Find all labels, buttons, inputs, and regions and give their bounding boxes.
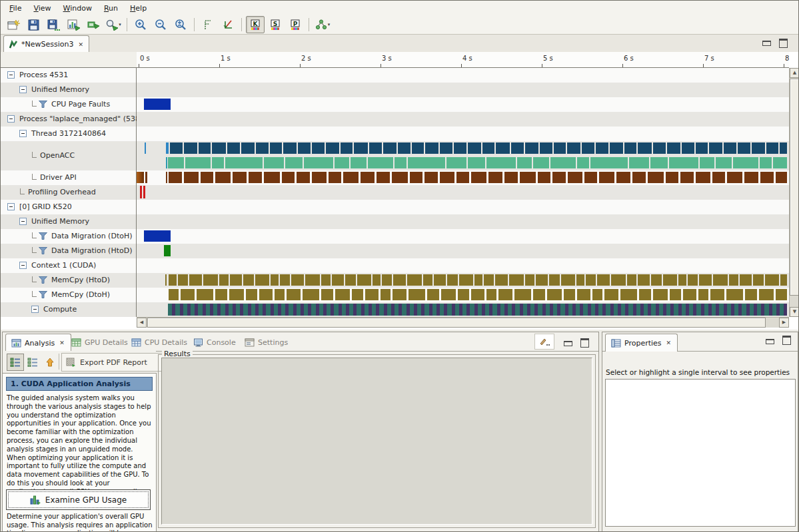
guided-analysis-toggle-button[interactable] [7,354,24,371]
timeline-interval[interactable] [170,142,183,154]
timeline-interval[interactable] [709,142,722,154]
collapse-expander-icon[interactable] [19,86,27,93]
row-label-unified-memory[interactable]: Unified Memory [1,83,137,97]
timeline-interval[interactable] [140,186,142,198]
timeline-interval[interactable] [639,289,651,300]
timeline-interval[interactable] [329,172,341,183]
collapse-expander-icon[interactable] [31,306,39,313]
goto-marker-button[interactable] [219,16,237,33]
timeline-interval[interactable] [474,274,482,286]
timeline-interval[interactable] [482,142,494,154]
timeline-interval[interactable] [215,289,227,300]
timeline-interval[interactable] [727,172,742,183]
timeline-interval[interactable] [688,274,698,286]
timeline-interval[interactable] [576,274,584,286]
timeline-interval[interactable] [549,274,560,286]
timeline-interval[interactable] [568,172,582,183]
timeline-interval[interactable] [610,142,623,154]
timeline-interval[interactable] [343,172,359,183]
menu-help[interactable]: Help [124,3,153,14]
timeline-interval[interactable] [201,172,213,183]
timeline-interval[interactable] [377,172,390,183]
close-icon[interactable]: ✕ [77,41,84,48]
menu-file[interactable]: File [3,3,27,14]
collapse-expander-icon[interactable] [19,262,27,269]
color-by-process-button[interactable]: P [286,16,305,33]
timeline-interval[interactable] [547,289,562,300]
timeline-interval[interactable] [680,172,694,183]
collapse-expander-icon[interactable] [7,71,15,79]
timeline-interval[interactable] [468,142,481,154]
new-session-button[interactable] [4,16,23,33]
timeline-interval[interactable] [365,289,379,300]
timeline-interval[interactable] [181,289,195,300]
timeline-interval[interactable] [716,157,732,168]
timeline-interval[interactable] [243,304,248,316]
examine-gpu-usage-button[interactable]: Examine GPU Usage [6,489,151,510]
timeline-interval[interactable] [629,157,649,168]
timeline-interval[interactable] [514,289,531,300]
row-label-driver-api[interactable]: Driver API [1,170,137,185]
timeline-interval[interactable] [667,142,680,154]
timeline-interval[interactable] [270,142,282,154]
timeline-interval[interactable] [583,304,588,316]
timeline-interval[interactable] [495,274,508,286]
row-label-memcpy-dtoh[interactable]: MemCpy (DtoH) [1,288,137,302]
timeline-interval[interactable] [484,274,494,286]
timeline-interval[interactable] [740,274,752,286]
timeline-interval[interactable] [169,289,179,300]
timeline-interval[interactable] [312,172,327,183]
timeline-interval[interactable] [373,274,381,286]
filter-funnel-icon[interactable] [39,247,47,254]
timeline-interval[interactable] [189,274,202,286]
timeline-interval[interactable] [221,304,225,316]
timeline-interval[interactable] [424,304,429,316]
timeline-interval[interactable] [233,172,247,183]
timeline-interval[interactable] [627,274,636,286]
timeline-interval[interactable] [653,289,668,300]
timeline-interval[interactable] [564,289,575,300]
timeline-interval[interactable] [459,274,473,286]
timeline-interval[interactable] [520,172,536,183]
timeline-interval[interactable] [368,157,393,168]
timeline-interval[interactable] [650,157,668,168]
timeline-interval[interactable] [638,274,650,286]
row-label-openacc[interactable]: OpenACC [1,141,137,170]
timeline-interval[interactable] [249,172,262,183]
timeline-interval[interactable] [332,274,344,286]
menu-view[interactable]: View [27,3,57,14]
timeline-interval[interactable] [212,157,224,168]
timeline-interval[interactable] [540,142,552,154]
timeline-interval[interactable] [554,142,566,154]
timeline-interval[interactable] [178,274,188,286]
collapse-expander-icon[interactable] [19,218,27,225]
timeline-interval[interactable] [753,274,764,286]
timeline-interval[interactable] [425,142,438,154]
timeline-interval[interactable] [137,172,144,183]
timeline-interval[interactable] [280,274,290,286]
row-label-context-1-cuda[interactable]: Context 1 (CUDA) [1,258,137,273]
timeline-interval[interactable] [592,289,602,300]
timeline-interval[interactable] [198,304,203,316]
timeline-interval[interactable] [312,142,325,154]
timeline-interval[interactable] [164,245,171,256]
timeline-interval[interactable] [538,172,550,183]
timeline-interval[interactable] [653,142,666,154]
collapse-expander-icon[interactable] [7,203,15,210]
save-all-button[interactable] [44,16,63,33]
timeline-interval[interactable] [620,289,637,300]
timeline-interval[interactable] [536,274,548,286]
timeline-interval[interactable] [538,304,542,316]
timeline-interval[interactable] [738,142,750,154]
timeline-interval[interactable] [780,142,787,154]
timeline-interval[interactable] [759,289,774,300]
view-menu-button[interactable] [534,334,554,350]
timeline-interval[interactable] [441,289,456,300]
timeline-interval[interactable] [169,274,177,286]
timeline-interval[interactable] [289,304,293,316]
minimize-icon[interactable] [564,341,572,346]
timeline-interval[interactable] [393,274,406,286]
row-label-unified-memory[interactable]: Unified Memory [1,214,137,229]
timeline-interval[interactable] [456,172,469,183]
timeline-interval[interactable] [764,304,769,316]
